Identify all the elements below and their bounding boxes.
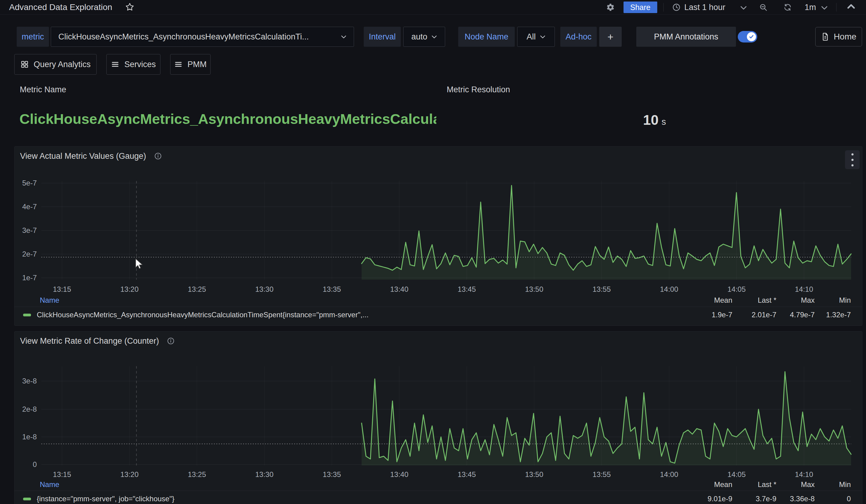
panel-menu-kebab-icon[interactable] bbox=[845, 150, 859, 169]
stat-max: 3.36e-8 bbox=[790, 495, 815, 503]
svg-text:13:35: 13:35 bbox=[323, 470, 341, 479]
svg-text:13:55: 13:55 bbox=[592, 470, 611, 479]
metric-name-value: ClickHouseAsyncMetrics_AsynchronousHeavy… bbox=[20, 111, 436, 130]
interval-dropdown-value: auto bbox=[411, 32, 428, 42]
panel-title: View Metric Rate of Change (Counter) bbox=[20, 336, 159, 346]
node-name-dropdown-value: All bbox=[526, 32, 536, 42]
chevron-down-icon[interactable] bbox=[740, 6, 747, 10]
chevron-down-icon[interactable] bbox=[821, 6, 828, 10]
counter-panel: 13:1513:2013:2513:3013:3513:4013:4513:50… bbox=[14, 331, 862, 504]
query-analytics-label: Query Analytics bbox=[34, 60, 91, 69]
share-button[interactable]: Share bbox=[623, 1, 657, 13]
panel-header[interactable]: View Metric Rate of Change (Counter) bbox=[20, 332, 175, 351]
svg-text:5e-7: 5e-7 bbox=[22, 179, 37, 187]
series-label[interactable]: ClickHouseAsyncMetrics_AsynchronousHeavy… bbox=[37, 311, 369, 319]
legend-row[interactable]: {instance="pmm-server", job="clickhouse"… bbox=[14, 491, 862, 504]
home-button[interactable]: Home bbox=[815, 27, 862, 46]
info-icon[interactable] bbox=[154, 152, 162, 160]
pmm-button[interactable]: PMM bbox=[170, 54, 211, 75]
divider bbox=[836, 3, 836, 12]
chevron-down-icon bbox=[540, 35, 545, 38]
gear-icon[interactable] bbox=[606, 3, 615, 12]
pmm-label: PMM bbox=[188, 60, 207, 69]
series-label[interactable]: {instance="pmm-server", job="clickhouse"… bbox=[37, 495, 175, 503]
top-nav-bar: Advanced Data Exploration Share Last 1 h… bbox=[0, 0, 866, 14]
interval-dropdown[interactable]: auto bbox=[403, 27, 445, 47]
svg-text:14:00: 14:00 bbox=[660, 470, 678, 479]
svg-text:13:35: 13:35 bbox=[323, 285, 341, 293]
legend-col-name[interactable]: Name bbox=[40, 296, 59, 305]
svg-text:14:10: 14:10 bbox=[795, 470, 813, 479]
svg-text:13:15: 13:15 bbox=[53, 470, 71, 479]
panel-header[interactable]: View Actual Metric Values (Gauge) bbox=[20, 147, 162, 165]
svg-text:14:05: 14:05 bbox=[728, 285, 746, 293]
star-icon[interactable] bbox=[125, 2, 134, 12]
svg-text:3e-7: 3e-7 bbox=[22, 226, 37, 234]
series-color-swatch bbox=[23, 314, 31, 316]
toggle-knob bbox=[747, 32, 756, 41]
legend-col-max[interactable]: Max bbox=[801, 296, 815, 305]
legend-row[interactable]: ClickHouseAsyncMetrics_AsynchronousHeavy… bbox=[14, 307, 862, 322]
svg-text:13:15: 13:15 bbox=[53, 285, 71, 293]
legend-col-mean[interactable]: Mean bbox=[714, 296, 732, 305]
chevron-up-icon[interactable] bbox=[847, 4, 855, 10]
svg-text:13:45: 13:45 bbox=[458, 285, 476, 293]
stat-mean: 9.01e-9 bbox=[708, 495, 732, 503]
pmm-annotations-toggle[interactable] bbox=[738, 31, 757, 43]
panel-title: View Actual Metric Values (Gauge) bbox=[20, 151, 146, 161]
query-analytics-button[interactable]: Query Analytics bbox=[14, 54, 97, 75]
stat-min: 0 bbox=[847, 495, 851, 503]
divider bbox=[14, 307, 862, 307]
resolution-number: 10 bbox=[643, 112, 658, 128]
svg-text:13:55: 13:55 bbox=[592, 285, 611, 293]
clock-icon bbox=[672, 3, 681, 12]
chevron-down-icon bbox=[432, 35, 437, 38]
grafana-dashboard: { "topbar": { "title": "Advanced Data Ex… bbox=[0, 0, 866, 504]
menu-icon bbox=[174, 60, 182, 69]
zoom-out-icon[interactable] bbox=[759, 3, 768, 12]
metric-variable-label: metric bbox=[17, 27, 49, 47]
legend-col-last[interactable]: Last * bbox=[758, 480, 776, 489]
chevron-down-icon bbox=[341, 35, 346, 38]
svg-text:13:45: 13:45 bbox=[458, 470, 476, 479]
svg-text:14:10: 14:10 bbox=[795, 285, 813, 293]
stat-max: 4.79e-7 bbox=[790, 311, 815, 319]
add-filter-button[interactable]: + bbox=[599, 27, 622, 47]
svg-text:14:05: 14:05 bbox=[728, 470, 746, 479]
legend-col-mean[interactable]: Mean bbox=[714, 480, 732, 489]
interval-variable-label: Interval bbox=[364, 27, 401, 47]
metric-dropdown[interactable]: ClickHouseAsyncMetrics_AsynchronousHeavy… bbox=[51, 27, 354, 47]
svg-text:13:50: 13:50 bbox=[525, 470, 543, 479]
svg-text:0: 0 bbox=[33, 460, 37, 469]
timeseries-chart[interactable]: 13:1513:2013:2513:3013:3513:4013:4513:50… bbox=[14, 147, 863, 326]
stat-mean: 1.9e-7 bbox=[712, 311, 732, 319]
info-icon[interactable] bbox=[167, 337, 175, 345]
svg-text:13:30: 13:30 bbox=[255, 285, 274, 293]
svg-text:13:25: 13:25 bbox=[188, 285, 206, 293]
services-button[interactable]: Services bbox=[106, 54, 160, 75]
svg-text:2e-7: 2e-7 bbox=[22, 250, 37, 258]
home-button-label: Home bbox=[834, 32, 857, 42]
time-range-picker[interactable]: Last 1 hour bbox=[684, 0, 725, 14]
legend-col-min[interactable]: Min bbox=[839, 480, 851, 489]
refresh-icon[interactable] bbox=[783, 3, 792, 12]
svg-text:1e-8: 1e-8 bbox=[22, 433, 37, 441]
metric-resolution-header: Metric Resolution bbox=[447, 85, 510, 94]
svg-text:14:00: 14:00 bbox=[660, 285, 678, 293]
legend-col-min[interactable]: Min bbox=[839, 296, 851, 305]
metric-dropdown-value: ClickHouseAsyncMetrics_AsynchronousHeavy… bbox=[58, 32, 337, 42]
series-color-swatch bbox=[23, 497, 31, 500]
refresh-interval-picker[interactable]: 1m bbox=[804, 0, 816, 14]
svg-text:13:30: 13:30 bbox=[255, 470, 274, 479]
grid-icon bbox=[20, 60, 29, 69]
stat-last: 2.01e-7 bbox=[752, 311, 776, 319]
stat-min: 1.32e-7 bbox=[826, 311, 851, 319]
legend-col-name[interactable]: Name bbox=[40, 480, 59, 489]
legend-col-max[interactable]: Max bbox=[801, 480, 815, 489]
node-name-dropdown[interactable]: All bbox=[517, 27, 555, 47]
svg-text:13:40: 13:40 bbox=[390, 470, 408, 479]
svg-text:13:20: 13:20 bbox=[120, 285, 138, 293]
divider bbox=[663, 3, 664, 12]
timeseries-chart[interactable]: 13:1513:2013:2513:3013:3513:4013:4513:50… bbox=[14, 332, 863, 504]
legend-col-last[interactable]: Last * bbox=[758, 296, 776, 305]
